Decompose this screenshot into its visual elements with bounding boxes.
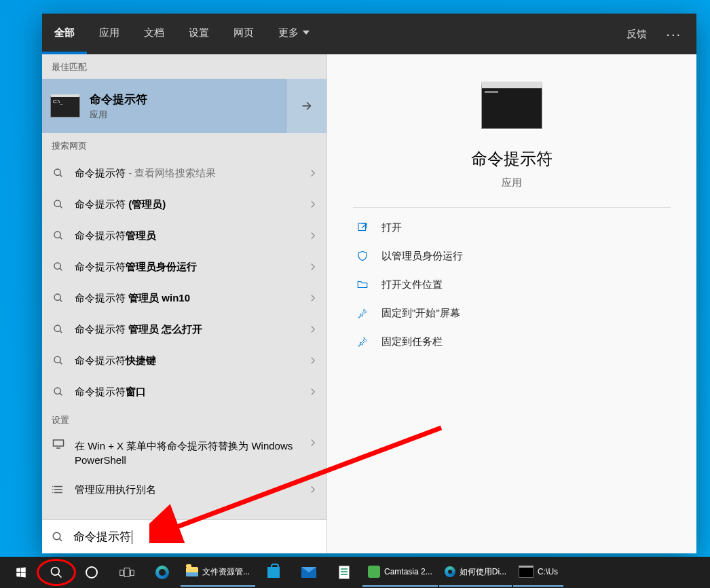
cortana-icon [85, 566, 98, 579]
svg-point-2 [54, 232, 60, 238]
tab-settings[interactable]: 设置 [176, 14, 221, 54]
svg-point-1 [54, 200, 60, 206]
taskview-icon [119, 567, 134, 578]
shield-icon [356, 250, 369, 262]
search-icon [52, 386, 65, 397]
tab-more[interactable]: 更多 [266, 14, 322, 54]
chevron-right-icon [309, 294, 317, 302]
best-match-item[interactable]: C:\_ 命令提示符 应用 [42, 79, 326, 133]
search-icon [52, 293, 65, 304]
settings-header: 设置 [42, 407, 326, 432]
search-button[interactable] [39, 558, 73, 587]
chevron-right-icon [309, 325, 317, 333]
action-run-admin[interactable]: 以管理员身份运行 [353, 242, 671, 270]
open-icon [356, 221, 369, 234]
web-search-header: 搜索网页 [42, 133, 326, 158]
cmd-icon [519, 566, 534, 578]
tab-apps[interactable]: 应用 [87, 14, 132, 54]
chevron-right-icon [309, 232, 317, 240]
search-query-text: 命令提示符 [73, 529, 131, 545]
action-pin-start[interactable]: 固定到"开始"屏幕 [353, 299, 671, 327]
svg-point-6 [54, 356, 60, 363]
taskbar-app-mail[interactable] [292, 558, 326, 587]
taskbar: 文件资源管... Camtasia 2... 如何使用Di... C:\Us [0, 557, 710, 588]
search-icon [52, 230, 65, 241]
search-icon [52, 531, 64, 543]
tab-web[interactable]: 网页 [221, 14, 266, 54]
settings-result-0[interactable]: 在 Win + X 菜单中将命令提示符替换为 Windows PowerShel… [42, 432, 326, 474]
chevron-right-icon [309, 439, 317, 447]
svg-rect-13 [358, 223, 366, 231]
taskbar-app-edge-doc[interactable]: 如何使用Di... [439, 558, 512, 587]
search-icon [52, 168, 65, 179]
explorer-icon [186, 567, 198, 576]
taskbar-app-explorer[interactable]: 文件资源管... [181, 558, 255, 587]
svg-point-16 [52, 568, 60, 576]
web-result-4[interactable]: 命令提示符 管理员 win10 [42, 282, 326, 314]
chevron-right-icon [309, 263, 317, 271]
search-tabs: 全部 应用 文档 设置 网页 更多 反馈 ··· [42, 14, 696, 54]
settings-result-1[interactable]: 管理应用执行别名 [42, 474, 326, 505]
action-open-location[interactable]: 打开文件位置 [353, 270, 671, 299]
chevron-right-icon [309, 485, 317, 494]
search-input[interactable]: 命令提示符 [42, 519, 326, 553]
search-icon [52, 355, 65, 366]
pin-icon [356, 335, 369, 348]
more-options-button[interactable]: ··· [658, 26, 690, 42]
mail-icon [301, 567, 316, 578]
chevron-right-icon [309, 356, 317, 365]
web-result-7[interactable]: 命令提示符窗口 [42, 376, 326, 407]
preview-subtitle: 应用 [502, 177, 522, 189]
search-icon [52, 324, 65, 335]
camtasia-icon [368, 566, 380, 578]
taskbar-app-camtasia[interactable]: Camtasia 2... [362, 558, 438, 587]
pin-icon [356, 307, 369, 319]
svg-rect-18 [120, 570, 124, 576]
taskbar-app-notepad[interactable] [327, 558, 361, 587]
web-result-0[interactable]: 命令提示符 - 查看网络搜索结果 [42, 158, 326, 189]
search-icon [52, 261, 65, 272]
search-icon [52, 199, 65, 210]
svg-rect-20 [131, 570, 134, 576]
search-results-panel: 全部 应用 文档 设置 网页 更多 反馈 ··· 最佳匹配 C:\_ 命令提示符… [42, 14, 696, 553]
preview-pane: 命令提示符 应用 打开 以管理员身份运行 打开文件位置 固定到"开 [327, 54, 696, 553]
web-result-5[interactable]: 命令提示符 管理员 怎么打开 [42, 314, 326, 345]
svg-point-5 [54, 325, 60, 331]
web-result-2[interactable]: 命令提示符管理员 [42, 220, 326, 251]
edge-button[interactable] [145, 558, 179, 587]
cortana-button[interactable] [75, 558, 109, 587]
web-result-3[interactable]: 命令提示符管理员身份运行 [42, 251, 326, 282]
svg-point-3 [54, 263, 60, 269]
best-match-title: 命令提示符 [90, 92, 147, 107]
folder-icon [356, 278, 369, 291]
svg-point-0 [54, 169, 60, 175]
web-result-1[interactable]: 命令提示符 (管理员) [42, 189, 326, 220]
svg-point-7 [54, 388, 60, 394]
svg-point-11 [52, 492, 54, 494]
tab-documents[interactable]: 文档 [132, 14, 176, 54]
task-view-button[interactable] [110, 558, 144, 587]
action-pin-taskbar[interactable]: 固定到任务栏 [353, 327, 671, 356]
cmd-icon: C:\_ [50, 94, 80, 117]
svg-point-12 [53, 532, 60, 540]
cmd-preview-icon [481, 81, 542, 129]
web-result-6[interactable]: 命令提示符快捷键 [42, 345, 326, 376]
chevron-right-icon [309, 200, 317, 208]
arrow-right-icon [299, 98, 314, 113]
start-button[interactable] [4, 558, 38, 587]
svg-rect-19 [124, 568, 130, 577]
taskbar-app-store[interactable] [257, 558, 291, 587]
feedback-link[interactable]: 反馈 [620, 28, 654, 41]
action-open[interactable]: 打开 [353, 213, 671, 242]
chevron-down-icon [303, 31, 310, 35]
svg-point-10 [52, 489, 54, 490]
tab-all[interactable]: 全部 [42, 14, 87, 54]
more-label: 更多 [278, 26, 299, 39]
taskbar-app-cmd[interactable]: C:\Us [513, 558, 563, 587]
list-icon [52, 485, 65, 494]
svg-point-4 [54, 294, 60, 300]
divider [353, 207, 671, 208]
best-match-expand[interactable] [286, 79, 326, 133]
preview-title: 命令提示符 [471, 148, 553, 170]
chevron-right-icon [309, 388, 317, 396]
